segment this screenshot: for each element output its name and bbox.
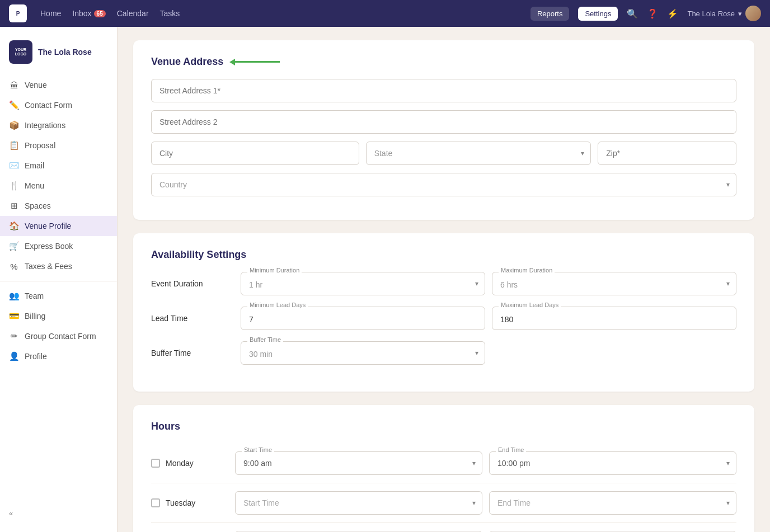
sidebar-item-spaces[interactable]: ⊞ Spaces [0, 196, 117, 216]
sidebar-item-venue-profile[interactable]: 🏠 Venue Profile [0, 216, 117, 236]
monday-checkbox[interactable] [151, 459, 160, 468]
settings-button[interactable]: Settings [578, 7, 618, 21]
street2-input[interactable] [151, 110, 736, 134]
monday-start-label: Start Time [242, 446, 274, 453]
profile-icon: 👤 [9, 351, 19, 361]
state-group: State [366, 142, 591, 165]
min-duration-wrapper: Minimum Duration 1 hr [241, 272, 485, 295]
bolt-icon[interactable]: ⚡ [667, 8, 678, 19]
nav-home[interactable]: Home [40, 9, 61, 18]
email-icon: ✉️ [9, 161, 19, 171]
top-navigation: P Home Inbox 65 Calendar Tasks Reports S… [0, 0, 770, 27]
tuesday-checkbox[interactable] [151, 498, 160, 507]
monday-label: Monday [166, 459, 194, 468]
sidebar-item-billing[interactable]: 💳 Billing [0, 306, 117, 326]
monday-end-wrapper: End Time 10:00 pm [489, 451, 736, 475]
lead-time-controls: Minimum Lead Days Maximum Lead Days [241, 307, 736, 330]
min-lead-wrapper: Minimum Lead Days [241, 307, 485, 330]
tuesday-start-wrapper: Start Time [235, 491, 482, 515]
search-icon[interactable]: 🔍 [627, 8, 638, 19]
tuesday-row: Tuesday Start Time End Time [151, 483, 736, 523]
main-content: Venue Address [118, 27, 770, 532]
sidebar-bottom: « [0, 503, 117, 523]
tuesday-end-select[interactable]: End Time [489, 491, 736, 515]
express-book-icon: 🛒 [9, 241, 19, 251]
venue-icon: 🏛 [9, 80, 19, 90]
max-lead-label: Maximum Lead Days [499, 302, 561, 308]
sidebar-item-contact-form[interactable]: ✏️ Contact Form [0, 95, 117, 115]
buffer-time-row: Buffer Time Buffer Time 30 min [151, 341, 736, 365]
street1-input[interactable] [151, 79, 736, 102]
state-select[interactable]: State [366, 142, 591, 165]
min-lead-label: Minimum Lead Days [247, 302, 308, 308]
buffer-time-controls: Buffer Time 30 min [241, 341, 736, 365]
user-menu[interactable]: The Lola Rose ▾ [687, 6, 761, 21]
hours-card: Hours Monday Start Time 9:00 am E [133, 405, 754, 532]
sidebar-item-menu[interactable]: 🍴 Menu [0, 176, 117, 196]
event-duration-label: Event Duration [151, 279, 229, 288]
nav-calendar[interactable]: Calendar [117, 9, 149, 18]
sidebar-item-profile[interactable]: 👤 Profile [0, 346, 117, 366]
collapse-button[interactable]: « [0, 503, 117, 523]
city-input[interactable] [151, 142, 359, 165]
nav-inbox[interactable]: Inbox 65 [72, 9, 105, 18]
max-lead-input[interactable] [492, 307, 736, 330]
event-duration-row: Event Duration Minimum Duration 1 hr Max… [151, 272, 736, 295]
tuesday-time-controls: Start Time End Time [235, 491, 736, 515]
zip-input[interactable] [598, 142, 736, 165]
help-icon[interactable]: ❓ [647, 8, 658, 19]
lead-time-row: Lead Time Minimum Lead Days Maximum Lead… [151, 307, 736, 330]
buffer-select[interactable]: 30 min [241, 341, 485, 365]
reports-button[interactable]: Reports [530, 7, 570, 21]
street2-group [151, 110, 736, 134]
tuesday-end-wrapper: End Time [489, 491, 736, 515]
brand-name: The Lola Rose [38, 48, 92, 57]
buffer-time-label: Buffer Time [151, 349, 229, 357]
brand-logo: YOUR LOGO [9, 40, 32, 64]
street1-row [151, 79, 736, 102]
max-duration-label: Maximum Duration [499, 267, 555, 274]
monday-row: Monday Start Time 9:00 am End Time 10:00… [151, 444, 736, 483]
street1-group [151, 79, 736, 102]
spaces-icon: ⊞ [9, 201, 19, 211]
sidebar-item-team[interactable]: 👥 Team [0, 286, 117, 306]
sidebar-item-group-contact-form[interactable]: ✏ Group Contact Form [0, 326, 117, 346]
inbox-badge: 65 [94, 10, 106, 17]
tuesday-start-select[interactable]: Start Time [235, 491, 482, 515]
sidebar-item-integrations[interactable]: 📦 Integrations [0, 115, 117, 135]
sidebar-item-email[interactable]: ✉️ Email [0, 156, 117, 176]
sidebar-item-express-book[interactable]: 🛒 Express Book [0, 236, 117, 256]
lead-time-label: Lead Time [151, 314, 229, 323]
buffer-wrapper: Buffer Time 30 min [241, 341, 485, 365]
billing-icon: 💳 [9, 311, 19, 321]
group-contact-icon: ✏ [9, 331, 19, 341]
monday-start-select[interactable]: 9:00 am [235, 451, 482, 475]
availability-title: Availability Settings [151, 249, 736, 261]
arrow-indicator [230, 59, 280, 65]
venue-profile-icon: 🏠 [9, 221, 19, 231]
venue-address-title: Venue Address [151, 56, 736, 68]
monday-end-label: End Time [496, 446, 526, 453]
sidebar-item-venue[interactable]: 🏛 Venue [0, 75, 117, 95]
city-group [151, 142, 359, 165]
min-lead-input[interactable] [241, 307, 485, 330]
country-select[interactable]: Country [151, 173, 736, 196]
sidebar-divider [0, 281, 117, 281]
arrow-head [229, 59, 235, 65]
sidebar-item-proposal[interactable]: 📋 Proposal [0, 135, 117, 156]
integrations-icon: 📦 [9, 120, 19, 130]
min-duration-label: Minimum Duration [247, 267, 302, 274]
monday-end-select[interactable]: 10:00 pm [489, 451, 736, 475]
venue-address-card: Venue Address [133, 40, 754, 220]
country-group: Country [151, 173, 736, 196]
nav-tasks[interactable]: Tasks [160, 9, 180, 18]
team-icon: 👥 [9, 291, 19, 301]
monday-start-wrapper: Start Time 9:00 am [235, 451, 482, 475]
monday-time-controls: Start Time 9:00 am End Time 10:00 pm [235, 451, 736, 475]
min-duration-select[interactable]: 1 hr [241, 272, 485, 295]
buffer-label: Buffer Time [247, 336, 283, 343]
max-duration-select[interactable]: 6 hrs [492, 272, 736, 295]
app-logo[interactable]: P [9, 4, 27, 22]
sidebar-item-taxes-fees[interactable]: % Taxes & Fees [0, 256, 117, 276]
max-lead-wrapper: Maximum Lead Days [492, 307, 736, 330]
